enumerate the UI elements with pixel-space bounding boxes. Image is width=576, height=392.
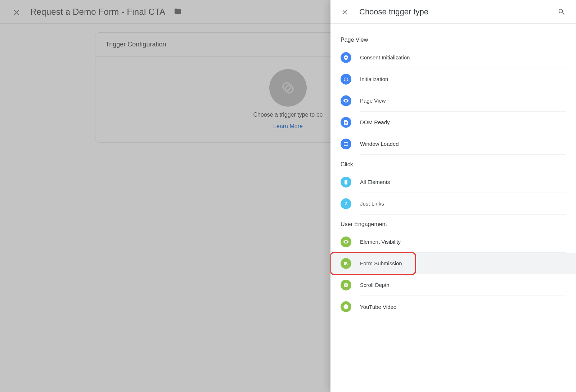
play-icon	[341, 301, 351, 312]
eye-icon	[341, 95, 351, 106]
trigger-option-youtube-video[interactable]: YouTube Video	[330, 296, 576, 317]
trigger-label: Initialization	[360, 68, 566, 90]
trigger-option-just-links[interactable]: Just Links	[330, 193, 576, 215]
trigger-option-element-visibility[interactable]: Element Visibility	[330, 231, 576, 253]
trigger-label: Just Links	[360, 193, 566, 215]
drawer-title: Choose trigger type	[359, 7, 547, 17]
trigger-label: Scroll Depth	[360, 274, 566, 296]
drawer-body: Page ViewConsent InitializationInitializ…	[330, 24, 576, 392]
drawer-header: Choose trigger type	[330, 0, 576, 24]
trigger-label: Window Loaded	[360, 133, 566, 155]
trigger-option-page-view[interactable]: Page View	[330, 90, 576, 112]
trigger-label: Consent Initialization	[360, 47, 566, 68]
trigger-label: YouTube Video	[360, 296, 566, 317]
section-title: Page View	[330, 30, 576, 47]
section-title: User Engagement	[330, 215, 576, 231]
trigger-label: Page View	[360, 90, 566, 112]
search-icon[interactable]	[557, 7, 567, 17]
section-title: Click	[330, 155, 576, 171]
trigger-option-consent-init[interactable]: Consent Initialization	[330, 47, 576, 68]
choose-trigger-drawer: Choose trigger type Page ViewConsent Ini…	[330, 0, 576, 392]
trigger-option-all-elements[interactable]: All Elements	[330, 171, 576, 193]
trigger-option-dom-ready[interactable]: DOM Ready	[330, 112, 576, 133]
mouse-icon	[341, 177, 351, 188]
form-icon	[341, 258, 351, 269]
trigger-label: Form Submission	[360, 253, 566, 274]
shield-icon	[341, 52, 351, 63]
window-icon	[341, 139, 351, 149]
trigger-option-window-loaded[interactable]: Window Loaded	[330, 133, 576, 155]
eye-icon	[341, 236, 351, 247]
trigger-option-init[interactable]: Initialization	[330, 68, 576, 90]
trigger-label: All Elements	[360, 171, 566, 193]
scroll-icon	[341, 280, 351, 290]
trigger-option-form-submission[interactable]: Form Submission	[330, 253, 576, 274]
trigger-label: Element Visibility	[360, 231, 566, 253]
power-icon	[341, 74, 351, 85]
trigger-label: DOM Ready	[360, 112, 566, 133]
drawer-close-icon[interactable]	[340, 7, 350, 17]
link-icon	[341, 198, 351, 209]
doc-icon	[341, 117, 351, 128]
trigger-option-scroll-depth[interactable]: Scroll Depth	[330, 274, 576, 296]
